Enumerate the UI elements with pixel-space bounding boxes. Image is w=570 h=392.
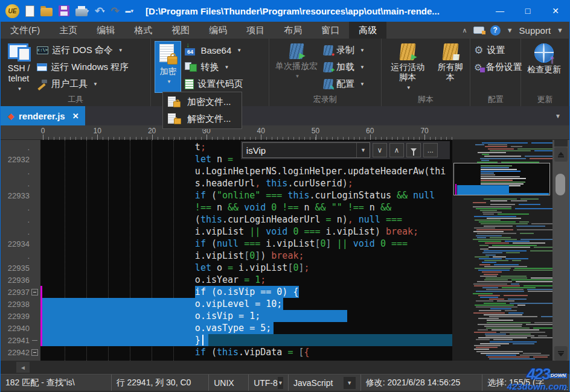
ribbon-button-设置[interactable]: ⚙设置 [474,42,522,58]
code-row[interactable]: } [40,334,453,346]
fold-collapse-icon[interactable] [31,289,38,296]
code-row[interactable]: if (o.isVip == 0) { [40,286,453,298]
line-number[interactable]: 22938 [1,300,30,309]
redo-button[interactable]: ↷ [109,3,120,19]
menu-tab-4[interactable]: 格式 [124,22,162,39]
fold-column[interactable] [30,289,39,296]
ribbon-button-用户工具[interactable]: 用户工具▼ [37,76,129,92]
print-button[interactable]: ▾ [74,3,90,19]
menu-tab-9[interactable]: 窗口 [312,22,349,39]
customize-qat-button[interactable]: ▬▾ [124,3,135,19]
code-row[interactable]: i.vipList || void 0 === i.vipList) break… [40,226,453,238]
find-filter-button[interactable] [406,143,421,157]
line-number[interactable]: 22940 [1,324,30,333]
ribbon-button-运行活动脚本[interactable]: ▶运行活动脚本▼ [385,41,431,93]
ribbon-button-运行DOS命令[interactable]: c:\>运行 DOS 命令▼ [37,42,129,58]
code-row[interactable]: if (null === i.vipList[0] || void 0 === [40,238,453,250]
minimize-button[interactable]: — [486,0,514,22]
code-row[interactable]: if ("online" === this.curLoginStatus && … [40,189,453,201]
touch-mode-icon[interactable] [473,27,484,34]
scroll-to-top-button[interactable] [554,147,568,162]
status-syntax-language[interactable]: JavaScript▼ [289,375,361,391]
code-row[interactable]: i.vipList[0]) break; [40,250,453,262]
find-prev-button[interactable]: ∧ [389,143,404,157]
line-number[interactable]: 22935 [1,264,30,273]
ribbon-button-配置[interactable]: ✎配置▼ [324,76,365,92]
tab-list-caret-icon[interactable]: ▼ [555,106,569,125]
code-row[interactable]: if (this.vipData = [{ [40,346,453,358]
menu-tab-5[interactable]: 视图 [162,22,199,39]
ribbon-button-单次播放宏[interactable]: ▶单次播放宏▼ [273,41,320,93]
collapse-ribbon-icon[interactable]: ∧ [463,27,467,34]
fold-column[interactable] [30,349,39,356]
support-caret-icon[interactable]: ▼ [557,27,563,34]
line-number[interactable]: 22933 [1,191,30,200]
menu-item-encrypt-file[interactable]: 加密文件... [163,93,242,110]
menu-tab-3[interactable]: 编辑 [87,22,124,39]
horizontal-scrollbar[interactable]: ◄ [1,361,569,374]
code-row[interactable]: (this.curLoginHeaderUrl = n), null === [40,213,453,226]
new-file-button[interactable] [24,3,36,19]
search-input[interactable] [243,145,356,156]
line-number[interactable]: 22941 [1,336,30,345]
ribbon-button-加载[interactable]: +加载▼ [324,59,365,75]
ribbon-button-SSHtelnet[interactable]: SSH / telnet▼ [4,41,33,93]
menu-tab-10[interactable]: 高级 [349,22,386,39]
dropdown-caret-icon[interactable]: ▼ [278,377,283,389]
ribbon-button-加密[interactable]: 加密▼ [155,41,181,93]
code-row[interactable]: o.isVip = 1; [40,310,453,322]
fold-column[interactable] [30,340,39,341]
ribbon-button-运行Windows程序[interactable]: 运行 Windows 程序 [37,59,129,75]
find-more-button[interactable]: ... [423,143,438,157]
document-minimap[interactable] [452,140,552,361]
scroll-to-bottom-button[interactable] [554,346,568,361]
code-row[interactable]: u.LoginHelperNS.loginHelper.updateHeader… [40,165,453,177]
scroll-left-button[interactable]: ◄ [16,362,30,373]
ribbon-button-录制[interactable]: ●录制▼ [324,42,365,58]
code-pane[interactable]: ▼ ∨ ∧ ... t;let n = u.LoginHelperNS.logi… [40,140,453,361]
code-row[interactable]: o.isYear = 1; [40,274,453,286]
support-menu[interactable]: Support [519,25,551,36]
save-button[interactable] [57,3,71,19]
help-icon[interactable]: ? [490,25,501,36]
ribbon-button-备份设置[interactable]: ⚙备份设置 [474,59,522,75]
ribbon-button-所有脚本[interactable]: ▦所有脚本 [434,41,466,93]
menu-tab-7[interactable]: 项目 [237,22,274,39]
menu-item-decrypt-file[interactable]: 解密文件... [163,110,242,127]
status-encoding[interactable]: UTF-8▼ [249,375,289,391]
minimap-viewport[interactable] [453,163,550,195]
open-folder-button[interactable] [39,3,54,19]
search-history-caret-icon[interactable]: ▼ [356,143,370,157]
fold-collapse-icon[interactable] [31,349,38,356]
ribbon-button-设置代码页[interactable]: 设置代码页 [185,76,243,92]
tab-close-icon[interactable]: ✕ [72,112,79,121]
menu-tab-2[interactable]: 主页 [50,22,87,39]
line-number[interactable]: 22934 [1,239,30,248]
vertical-scroll-thumb[interactable] [556,174,565,195]
vertical-scrollbar[interactable] [552,140,569,361]
tab-renderer-js[interactable]: ◆ renderer.js ✕ [1,106,85,125]
line-number[interactable]: 22939 [1,312,30,321]
ribbon-button-转换[interactable]: 转换▼ [185,59,243,75]
find-next-button[interactable]: ∨ [373,143,387,157]
code-row[interactable]: !== n && void 0 !== n && "" !== n && [40,201,453,213]
undo-button[interactable]: ↶▾ [94,3,106,19]
code-row[interactable]: o.vipLevel = 10; [40,298,453,310]
dropdown-caret-icon[interactable]: ▼ [344,377,356,389]
line-number[interactable]: 22932 [1,155,30,164]
ribbon-button-Base64[interactable]: Base64▼ [185,42,243,58]
ribbon-button-检查更新[interactable]: ↑检查更新 [525,41,563,93]
line-number[interactable]: 22942 [1,348,30,357]
close-button[interactable]: ✕ [542,0,569,22]
line-number[interactable]: 22937 [1,288,30,297]
resize-grip[interactable] [562,384,568,390]
code-row[interactable]: s.headerUrl, this.curUserid); [40,177,453,189]
code-row[interactable]: let o = i.vipList[0]; [40,262,453,274]
help-caret-icon[interactable]: ▼ [507,27,513,34]
menu-tab-6[interactable]: 编码 [199,22,237,39]
line-number[interactable]: 22936 [1,276,30,285]
menu-tab-8[interactable]: 布局 [274,22,312,39]
maximize-button[interactable]: □ [514,0,542,22]
menu-tab-1[interactable]: 文件(F) [1,22,50,39]
code-row[interactable]: o.vasType = 5; [40,322,453,334]
